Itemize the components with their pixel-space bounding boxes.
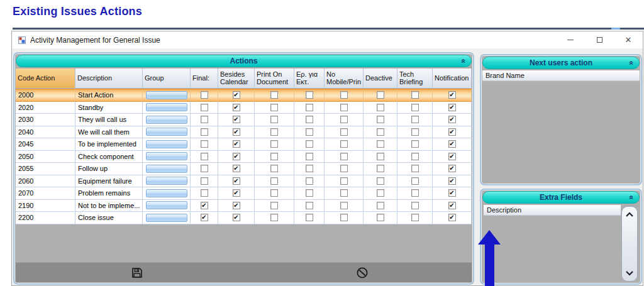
checkbox[interactable] — [270, 202, 278, 209]
cell-description[interactable]: Start Action — [75, 89, 143, 102]
table-row[interactable]: 2045To be implemented✔✔ — [16, 138, 472, 151]
cell-checkbox[interactable] — [191, 126, 218, 139]
cell-checkbox[interactable] — [255, 138, 294, 151]
cell-description[interactable]: Standby — [75, 102, 143, 114]
checkbox[interactable] — [306, 91, 313, 99]
cell-checkbox[interactable] — [397, 89, 433, 102]
cell-checkbox[interactable] — [364, 102, 397, 114]
checkbox[interactable] — [306, 128, 313, 136]
checkbox[interactable] — [377, 116, 384, 123]
checkbox[interactable] — [377, 91, 384, 99]
cell-checkbox[interactable] — [255, 114, 294, 126]
cell-checkbox[interactable] — [364, 163, 397, 175]
checkbox[interactable]: ✔ — [448, 104, 456, 111]
cell-description[interactable]: We will call them — [75, 126, 143, 139]
checkbox[interactable] — [270, 189, 278, 197]
cell-checkbox[interactable] — [294, 212, 325, 224]
group-button[interactable] — [146, 177, 187, 185]
checkbox[interactable] — [306, 104, 313, 111]
table-row[interactable]: 2000Start Action✔✔ — [16, 89, 472, 102]
table-row[interactable]: 2200Close issue✔✔✔ — [16, 212, 472, 224]
cell-checkbox[interactable]: ✔ — [433, 126, 472, 139]
checkbox[interactable]: ✔ — [448, 153, 456, 160]
cell-group[interactable] — [143, 102, 191, 114]
cell-checkbox[interactable] — [325, 175, 364, 188]
cell-checkbox[interactable] — [364, 212, 397, 224]
checkbox[interactable] — [377, 128, 384, 136]
cell-code-action[interactable]: 2030 — [16, 114, 75, 126]
cell-description[interactable]: They will call us — [75, 114, 143, 126]
cell-checkbox[interactable]: ✔ — [433, 212, 472, 224]
cell-code-action[interactable]: 2020 — [16, 102, 75, 114]
group-button[interactable] — [146, 140, 187, 148]
cell-code-action[interactable]: 2070 — [16, 187, 75, 200]
checkbox[interactable] — [377, 202, 384, 209]
checkbox[interactable] — [270, 128, 278, 136]
column-header-0[interactable]: Code Action — [16, 69, 75, 88]
checkbox[interactable] — [411, 116, 419, 123]
checkbox[interactable] — [340, 214, 348, 221]
cell-group[interactable] — [143, 175, 191, 188]
cell-checkbox[interactable] — [397, 200, 433, 212]
checkbox[interactable]: ✔ — [233, 140, 240, 148]
cell-checkbox[interactable]: ✔ — [218, 151, 255, 163]
cell-checkbox[interactable] — [255, 200, 294, 212]
checkbox[interactable] — [270, 91, 278, 99]
cell-group[interactable] — [143, 187, 191, 200]
cell-checkbox[interactable] — [325, 200, 364, 212]
cell-checkbox[interactable] — [364, 126, 397, 139]
cell-description[interactable]: To be implemented — [75, 138, 143, 151]
cell-description[interactable]: Problem remains — [75, 187, 143, 200]
cell-description[interactable]: Follow up — [75, 163, 143, 175]
column-header-6[interactable]: Ερ. για Εκτ. — [294, 69, 325, 88]
cell-checkbox[interactable] — [255, 175, 294, 188]
column-header-7[interactable]: No Mobile/Prin — [325, 69, 364, 88]
checkbox[interactable] — [411, 104, 419, 111]
checkbox[interactable]: ✔ — [448, 140, 456, 148]
checkbox[interactable] — [270, 140, 278, 148]
cell-checkbox[interactable] — [294, 163, 325, 175]
minimize-icon[interactable] — [556, 31, 585, 48]
cell-checkbox[interactable] — [191, 187, 218, 200]
group-button[interactable] — [146, 214, 187, 222]
cell-checkbox[interactable] — [364, 89, 397, 102]
checkbox[interactable]: ✔ — [233, 104, 240, 111]
cell-checkbox[interactable]: ✔ — [433, 138, 472, 151]
cell-checkbox[interactable]: ✔ — [433, 163, 472, 175]
cell-checkbox[interactable]: ✔ — [218, 163, 255, 175]
cell-checkbox[interactable] — [325, 163, 364, 175]
checkbox[interactable] — [411, 189, 419, 197]
cell-checkbox[interactable] — [397, 175, 433, 188]
group-button[interactable] — [146, 116, 187, 124]
checkbox[interactable] — [270, 153, 278, 160]
column-header-3[interactable]: Final: — [191, 69, 218, 88]
group-button[interactable] — [146, 91, 187, 99]
cell-checkbox[interactable] — [397, 151, 433, 163]
cell-code-action[interactable]: 2200 — [16, 212, 75, 224]
checkbox[interactable]: ✔ — [233, 202, 240, 209]
checkbox[interactable]: ✔ — [233, 153, 240, 160]
checkbox[interactable] — [270, 214, 278, 221]
checkbox[interactable] — [201, 165, 208, 172]
cell-checkbox[interactable]: ✔ — [218, 200, 255, 212]
checkbox[interactable] — [306, 202, 313, 209]
checkbox[interactable] — [340, 153, 348, 160]
checkbox[interactable] — [340, 104, 348, 111]
checkbox[interactable]: ✔ — [233, 165, 240, 172]
checkbox[interactable]: ✔ — [233, 177, 240, 185]
checkbox[interactable] — [377, 104, 384, 111]
cell-checkbox[interactable] — [294, 175, 325, 188]
checkbox[interactable]: ✔ — [201, 214, 208, 221]
cell-checkbox[interactable] — [325, 114, 364, 126]
checkbox[interactable] — [377, 177, 384, 185]
checkbox[interactable] — [306, 214, 313, 221]
cell-group[interactable] — [143, 138, 191, 151]
checkbox[interactable] — [270, 177, 278, 185]
checkbox[interactable] — [306, 153, 313, 160]
checkbox[interactable]: ✔ — [233, 189, 240, 197]
checkbox[interactable] — [270, 104, 278, 111]
checkbox[interactable] — [377, 140, 384, 148]
checkbox[interactable] — [411, 214, 419, 221]
cell-checkbox[interactable] — [397, 138, 433, 151]
checkbox[interactable] — [340, 165, 348, 172]
